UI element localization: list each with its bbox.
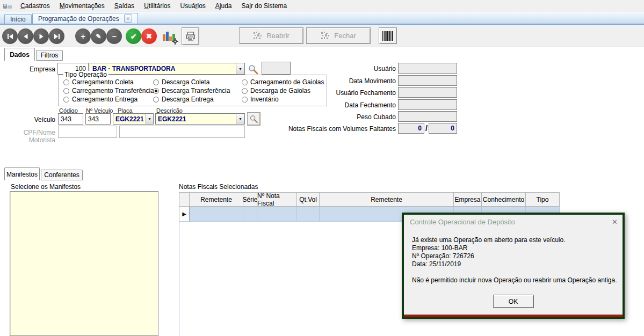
data-movimento-field bbox=[398, 75, 457, 86]
cancel-x-icon: ✖ bbox=[146, 33, 152, 40]
notas-fiscais-faltantes-label: Notas Fiscais com Volumes Faltantes bbox=[267, 125, 396, 133]
radio-carregamento-coleta[interactable]: Carregamento Coleta bbox=[63, 78, 134, 86]
nav-last-button[interactable] bbox=[49, 28, 64, 44]
radio-descarga-transferencia[interactable]: Descarga Transferência bbox=[153, 87, 230, 94]
nav-prev-button[interactable] bbox=[18, 28, 33, 44]
peso-cubado-label: Peso Cubado bbox=[288, 113, 396, 121]
radio-inventario[interactable]: Inventário bbox=[242, 96, 279, 103]
grid-col-marker bbox=[179, 192, 190, 207]
barcode-button[interactable] bbox=[379, 27, 397, 44]
minus-icon: − bbox=[112, 33, 116, 40]
descricao-combo[interactable]: EGK2221 ▼ bbox=[155, 113, 245, 125]
radio-selected-icon bbox=[153, 88, 159, 94]
dialog-line: Data: 25/11/2019 bbox=[412, 260, 618, 268]
grid-col-conhecimento[interactable]: Conhecimento bbox=[482, 192, 526, 207]
tipo-operacao-title: Tipo Operação bbox=[63, 71, 108, 78]
menu-ajuda[interactable]: Ajuda bbox=[211, 0, 237, 12]
grid-col-serie[interactable]: Série bbox=[243, 192, 257, 207]
fechar-button[interactable]: Fechar bbox=[306, 27, 371, 44]
grid-col-tipo[interactable]: Tipo bbox=[526, 192, 560, 207]
radio-descarga-entrega[interactable]: Descarga Entrega bbox=[153, 96, 214, 103]
chart-bar-icon bbox=[163, 34, 165, 41]
menu-movimentacoes[interactable]: Movimentações bbox=[55, 0, 110, 12]
motorista-nome-field bbox=[119, 126, 245, 138]
tab-conferentes[interactable]: Conferentes bbox=[41, 170, 83, 180]
radio-descarga-coleta[interactable]: Descarga Coleta bbox=[153, 78, 209, 86]
veiculo-numero-field[interactable] bbox=[85, 113, 111, 125]
usuario-field bbox=[398, 63, 457, 74]
edit-pencil-icon: ✎ bbox=[96, 33, 101, 40]
dialog-message: Já existe uma Operação em aberto para es… bbox=[412, 236, 618, 284]
nav-first-icon bbox=[6, 33, 14, 40]
veiculo-codigo-field[interactable] bbox=[58, 113, 83, 125]
edit-button[interactable]: ✎ bbox=[91, 28, 106, 44]
controle-operacional-dialog: Controle Operacional de Depósito ✕ Já ex… bbox=[402, 213, 625, 319]
chevron-down-icon[interactable]: ▼ bbox=[236, 114, 244, 124]
dialog-line: Empresa: 100-BAR bbox=[412, 244, 618, 252]
manifestos-listbox[interactable] bbox=[10, 191, 158, 336]
grid-col-remetente-2[interactable]: Remetente bbox=[320, 192, 454, 207]
tab-inicio[interactable]: Início bbox=[4, 14, 32, 24]
delete-button[interactable]: − bbox=[106, 28, 122, 44]
radio-carregamento-entrega[interactable]: Carregamento Entrega bbox=[63, 96, 138, 103]
menu-sair[interactable]: Sair do Sistema bbox=[237, 0, 292, 12]
nav-first-button[interactable] bbox=[2, 28, 18, 44]
motorista-cpf-field bbox=[58, 126, 117, 138]
search-icon[interactable] bbox=[248, 64, 259, 75]
radio-icon bbox=[153, 79, 159, 85]
print-button[interactable] bbox=[182, 27, 199, 45]
ok-button[interactable]: OK bbox=[493, 295, 534, 308]
volumes-faltantes-field-2 bbox=[429, 123, 457, 134]
data-fechamento-label: Data Fechamento bbox=[288, 101, 396, 109]
reabrir-button[interactable]: Reabrir bbox=[239, 27, 303, 44]
radio-carregamento-transferencia[interactable]: Carregamento Transferência bbox=[63, 87, 154, 94]
slash-separator: / bbox=[425, 124, 428, 133]
usuario-fechamento-label: Usuário Fechamento bbox=[288, 89, 396, 97]
dialog-title: Controle Operacional de Depósito bbox=[410, 218, 515, 226]
radio-icon bbox=[63, 88, 69, 94]
check-icon: ✔ bbox=[131, 33, 137, 40]
empresa-combo[interactable]: BAR - TRANSPORTADORA ▼ bbox=[90, 63, 245, 75]
radio-icon bbox=[63, 79, 69, 85]
add-icon: + bbox=[81, 33, 85, 40]
menu-saidas[interactable]: Saídas bbox=[110, 0, 139, 12]
dialog-line: Nº Operação: 726726 bbox=[412, 252, 618, 260]
add-button[interactable]: + bbox=[75, 28, 91, 44]
dialog-line: Não é permitido incluir nova Operação ou… bbox=[412, 276, 618, 284]
empresa-aux-field bbox=[262, 62, 291, 75]
confirm-button[interactable]: ✔ bbox=[126, 28, 141, 44]
grid-col-empresa[interactable]: Empresa bbox=[454, 192, 482, 207]
search-icon bbox=[249, 114, 259, 123]
menu-bar: Cadastros Movimentações Saídas Utilitári… bbox=[0, 0, 644, 12]
nav-next-button[interactable] bbox=[33, 28, 49, 44]
radio-icon bbox=[242, 88, 248, 94]
cancel-button[interactable]: ✖ bbox=[141, 28, 157, 44]
grid-col-remetente[interactable]: Remetente bbox=[190, 192, 243, 207]
menu-usuarios[interactable]: Usuários bbox=[175, 0, 210, 12]
usuario-label: Usuário bbox=[288, 65, 396, 72]
tab-filtros[interactable]: Filtros bbox=[36, 50, 63, 61]
chart-bar-icon bbox=[166, 32, 169, 41]
tab-manifestos[interactable]: Manifestos bbox=[4, 167, 40, 180]
radio-icon bbox=[153, 97, 159, 103]
radio-icon bbox=[63, 97, 69, 103]
veiculo-search-button[interactable] bbox=[247, 112, 261, 126]
nav-last-icon bbox=[53, 33, 61, 40]
chevron-down-icon[interactable]: ▼ bbox=[146, 114, 153, 124]
tab-dados[interactable]: Dados bbox=[4, 48, 35, 61]
print-icon bbox=[185, 32, 196, 41]
reopen-operation-icon bbox=[253, 32, 263, 40]
close-icon[interactable]: ✕ bbox=[124, 14, 132, 23]
chevron-down-icon[interactable]: ▼ bbox=[236, 63, 244, 74]
veiculo-label: Veículo bbox=[0, 116, 55, 123]
app-icon bbox=[3, 2, 12, 10]
menu-utilitarios[interactable]: Utilitários bbox=[139, 0, 175, 12]
close-icon[interactable]: ✕ bbox=[612, 218, 618, 226]
grid-col-qt-vol[interactable]: Qt.Vol bbox=[297, 192, 320, 207]
tab-programacao-de-operacoes[interactable]: Programação de Operações ✕ bbox=[32, 13, 138, 24]
grid-col-num-nota-fiscal[interactable]: Nº Nota Fiscal bbox=[257, 192, 297, 207]
menu-cadastros[interactable]: Cadastros bbox=[16, 0, 55, 12]
placa-combo[interactable]: EGK2221 ▼ bbox=[113, 113, 154, 125]
motorista-label: CPF/Nome Motorista bbox=[0, 129, 55, 144]
chart-button[interactable] bbox=[163, 30, 177, 43]
